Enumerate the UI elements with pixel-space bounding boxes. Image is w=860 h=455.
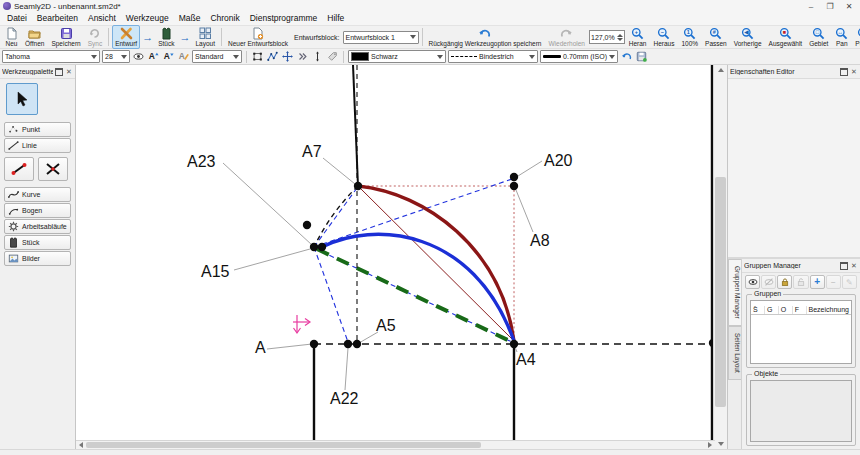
scroll-up-icon[interactable] (714, 65, 727, 75)
close-button[interactable]: ✕ (841, 1, 857, 12)
draft-block-combo[interactable]: Entwurfsblock 1 (343, 31, 419, 44)
arrow-tool-button[interactable] (6, 83, 38, 115)
tab-groups-manager[interactable]: Gruppen Manager (728, 259, 741, 326)
palette-item-linie[interactable]: Linie (4, 138, 71, 153)
spin-up-icon[interactable] (617, 34, 623, 37)
open-button[interactable]: Öffnen (22, 25, 47, 49)
style-combo[interactable]: Standard (192, 50, 242, 63)
point-dot[interactable] (353, 340, 361, 348)
segment-tool-button[interactable] (4, 157, 34, 181)
font-edit-button[interactable]: A (177, 50, 190, 63)
palette-item-bogen[interactable]: Bogen (4, 203, 71, 218)
point-dot[interactable] (318, 243, 326, 251)
zoom-pan-button[interactable]: ↔Pan (832, 25, 851, 49)
point-label-A5[interactable]: A5 (376, 317, 396, 334)
zoom-gebiet-button[interactable]: □Gebiet (806, 25, 831, 49)
vertical-scroll-thumb[interactable] (715, 177, 726, 407)
palette-item-arbeitsablufe[interactable]: Arbeitsabläufe (4, 219, 71, 234)
zoom-punkt-button[interactable]: •Punkt (852, 25, 860, 49)
point-dot[interactable] (510, 173, 518, 181)
chevrons-button[interactable] (296, 50, 309, 63)
scroll-down-icon[interactable] (714, 439, 727, 449)
point-dot[interactable] (310, 340, 318, 348)
point-dot[interactable] (310, 243, 318, 251)
font-decrease-button[interactable]: A (162, 50, 175, 63)
objects-list[interactable] (750, 380, 852, 442)
point-dot[interactable] (344, 340, 352, 348)
reset-option-button[interactable] (620, 50, 633, 63)
zoom-vorherige-button[interactable]: ◀Vorherige (731, 25, 765, 49)
font-combo[interactable]: Tahoma (2, 50, 100, 63)
lock-group-button[interactable] (777, 275, 792, 289)
scroll-left-icon[interactable] (77, 442, 85, 448)
hide-group-button[interactable] (761, 275, 776, 289)
zoom-heran-button[interactable]: +Heran (626, 25, 650, 49)
new-draft-block-button[interactable]: Neuer Entwurfsblock (225, 25, 291, 49)
palette-item-punkt[interactable]: Punkt (4, 122, 71, 137)
font-increase-button[interactable]: A (147, 50, 160, 63)
new-button[interactable]: Neu (2, 25, 21, 49)
drawing-svg[interactable]: A7A23A20A8A15A5AA22A4 (76, 65, 715, 441)
redo-button[interactable]: Wiederholen (545, 25, 588, 49)
remove-group-button[interactable]: − (826, 275, 841, 289)
add-group-button[interactable]: + (810, 275, 825, 289)
point-label-A23[interactable]: A23 (187, 153, 216, 170)
mode-layout-button[interactable]: Layout (192, 25, 218, 49)
spin-down-icon[interactable] (617, 38, 623, 41)
close-dock-icon[interactable]: ✕ (65, 68, 73, 76)
point-dot[interactable] (510, 182, 518, 190)
groups-col-g[interactable]: G (765, 306, 779, 314)
palette-item-kurve[interactable]: Kurve (4, 187, 71, 202)
float-dock-icon[interactable] (55, 68, 63, 76)
scroll-right-icon[interactable] (706, 442, 714, 448)
show-labels-button[interactable] (132, 50, 145, 63)
undo-button[interactable]: Rückgängig Werkzeugoption speichern (426, 25, 545, 49)
point-label-A4[interactable]: A4 (516, 351, 536, 368)
union-tool-button[interactable] (251, 50, 264, 63)
show-group-button[interactable] (745, 275, 760, 289)
origin-marker-icon[interactable] (293, 315, 310, 333)
menu-item-2[interactable]: Ansicht (83, 12, 121, 25)
mode-draft-button[interactable]: Entwurf (112, 25, 140, 49)
draft-canvas[interactable]: A7A23A20A8A15A5AA22A4 (76, 65, 727, 449)
zoom-spinbox[interactable]: 127,0% (589, 30, 625, 44)
line-color-combo[interactable]: Schwarz (348, 50, 446, 63)
label-tag-button[interactable] (326, 50, 339, 63)
menu-item-0[interactable]: Datei (2, 12, 32, 25)
menu-item-7[interactable]: Hilfe (322, 12, 349, 25)
tab-page-layout[interactable]: Seiten Layout (728, 326, 741, 380)
point-label-A22[interactable]: A22 (330, 390, 359, 407)
groups-col-o[interactable]: O (779, 306, 793, 314)
point-label-A8[interactable]: A8 (530, 232, 550, 249)
solid-lines[interactable] (314, 65, 712, 441)
zoom-heraus-button[interactable]: −Heraus (650, 25, 677, 49)
blue-curve[interactable] (322, 234, 514, 341)
menu-item-3[interactable]: Werkzeuge (121, 12, 174, 25)
groups-table[interactable]: ˆSGOFBezeichnung (750, 300, 852, 364)
horizontal-scrollbar[interactable] (76, 440, 715, 449)
close-dock-icon[interactable]: ✕ (850, 68, 858, 76)
spinner-arrows[interactable] (617, 34, 623, 41)
close-dock-icon[interactable]: ✕ (850, 262, 858, 270)
menu-item-4[interactable]: Maße (174, 12, 206, 25)
groups-col-s[interactable]: ˆS (751, 306, 765, 314)
float-dock-icon[interactable] (840, 68, 848, 76)
point-label-A[interactable]: A (255, 339, 266, 356)
font-size-combo[interactable]: 28 (102, 50, 130, 63)
menu-item-6[interactable]: Dienstprogramme (245, 12, 323, 25)
zoom-100-button[interactable]: 1100% (678, 25, 701, 49)
move-tool-button[interactable] (281, 50, 294, 63)
maximize-button[interactable]: ❐ (822, 1, 838, 12)
palette-item-stck[interactable]: Stück (4, 235, 71, 250)
float-dock-icon[interactable] (840, 262, 848, 270)
point-dot[interactable] (354, 182, 362, 190)
menu-item-1[interactable]: Bearbeiten (32, 12, 83, 25)
mode-piece-button[interactable]: Stück (155, 25, 177, 49)
groups-col-f[interactable]: F (793, 306, 807, 314)
palette-item-bilder[interactable]: Bilder (4, 251, 71, 266)
zoom-passen-button[interactable]: #Passen (702, 25, 730, 49)
point-dot[interactable] (510, 340, 518, 348)
unlock-group-button[interactable] (793, 275, 808, 289)
polyline-tool-button[interactable] (266, 50, 279, 63)
menu-item-5[interactable]: Chronik (205, 12, 244, 25)
